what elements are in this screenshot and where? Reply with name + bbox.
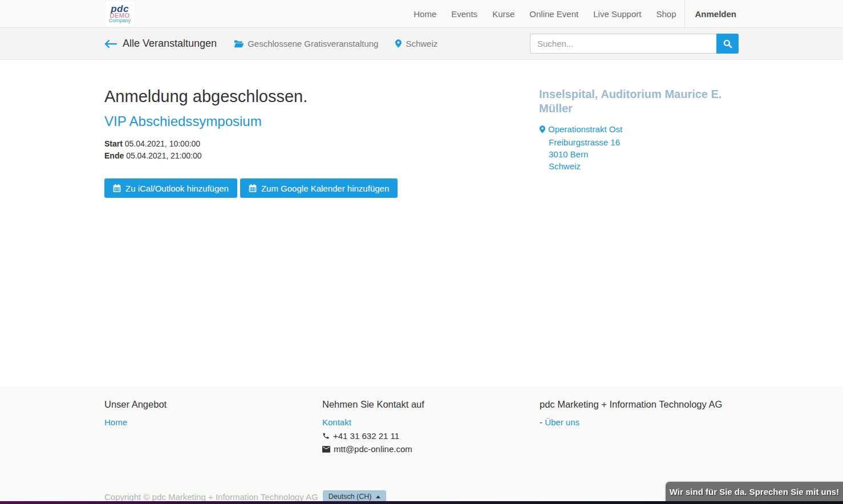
nav-divider xyxy=(684,0,685,28)
logo-text-company: Company xyxy=(109,18,131,23)
page-title: Anmeldung abgeschlossen. xyxy=(104,87,539,106)
search-group xyxy=(530,34,739,54)
map-marker-icon xyxy=(540,124,545,136)
footer-company-heading: pdc Marketing + Information Technology A… xyxy=(540,399,739,410)
phone-icon xyxy=(322,432,330,440)
end-date-row: Ende 05.04.2021, 21:00:00 xyxy=(104,150,539,162)
footer-email-address: mtt@pdc-online.com xyxy=(334,444,412,454)
live-chat-tab[interactable]: Wir sind für Sie da. Sprechen Sie mit un… xyxy=(666,482,843,501)
start-value: 05.04.2021, 10:00:00 xyxy=(125,139,200,148)
google-button-label: Zum Google Kalender hinzufügen xyxy=(261,184,389,193)
footer-contact-column: Nehmen Sie Kontakt auf Kontakt +41 31 63… xyxy=(322,399,540,454)
brand-logo[interactable]: pdc DEMO Company xyxy=(106,2,134,26)
folder-open-icon xyxy=(234,40,244,48)
venue-address-link[interactable]: Operationstrakt Ost Freiburgstrasse 16 3… xyxy=(539,123,739,172)
footer-phone[interactable]: +41 31 632 21 11 xyxy=(322,431,540,441)
search-icon xyxy=(723,39,732,48)
calendar-icon xyxy=(249,184,257,193)
address-street[interactable]: Freiburgstrasse 16 xyxy=(539,136,739,148)
address-country[interactable]: Schweiz xyxy=(539,160,739,172)
venue-panel: Inselspital, Auditorium Maurice E. Mülle… xyxy=(539,87,739,387)
end-value: 05.04.2021, 21:00:00 xyxy=(126,151,201,160)
nav-item-kurse[interactable]: Kurse xyxy=(485,0,522,27)
nav-item-live-support[interactable]: Live Support xyxy=(586,0,649,27)
signin-link[interactable]: Anmelden xyxy=(686,0,739,27)
live-chat-label: Wir sind für Sie da. Sprechen Sie mit un… xyxy=(670,487,839,497)
about-link-prefix: - xyxy=(540,417,545,427)
address-line: Operationstrakt Ost xyxy=(539,123,739,136)
envelope-icon xyxy=(322,446,330,453)
start-date-row: Start 05.04.2021, 10:00:00 xyxy=(104,138,539,150)
footer-home-link[interactable]: Home xyxy=(104,417,127,427)
footer-kontakt-link[interactable]: Kontakt xyxy=(322,417,351,427)
copyright-text: Copyright © pdc Marketing + Information … xyxy=(104,492,318,502)
address-city[interactable]: 3010 Bern xyxy=(539,148,739,160)
nav-item-shop[interactable]: Shop xyxy=(649,0,683,27)
back-link-label: Alle Veranstaltungen xyxy=(123,38,217,50)
event-title-link[interactable]: VIP Abschiedssymposium xyxy=(104,113,539,129)
language-button-label: Deutsch (CH) xyxy=(329,493,372,501)
end-label: Ende xyxy=(104,151,124,160)
main-nav: Home Events Kurse Online Event Live Supp… xyxy=(406,0,739,27)
event-dates: Start 05.04.2021, 10:00:00 Ende 05.04.20… xyxy=(104,138,539,162)
footer-offer-heading: Unser Angebot xyxy=(104,399,322,410)
top-navbar: pdc DEMO Company Home Events Kurse Onlin… xyxy=(0,0,843,28)
footer-phone-number: +41 31 632 21 11 xyxy=(333,431,399,441)
country-crumb[interactable]: Schweiz xyxy=(395,39,437,48)
ical-outlook-button[interactable]: Zu iCal/Outlook hinzufügen xyxy=(104,178,237,198)
footer-contact-heading: Nehmen Sie Kontakt auf xyxy=(322,399,540,410)
search-input[interactable] xyxy=(530,34,716,54)
nav-item-home[interactable]: Home xyxy=(406,0,444,27)
footer-about-link[interactable]: Über uns xyxy=(545,417,579,427)
google-calendar-button[interactable]: Zum Google Kalender hinzufügen xyxy=(240,178,398,198)
category-label: Geschlossene Gratisveranstaltung xyxy=(248,39,378,48)
nav-item-online-event[interactable]: Online Event xyxy=(522,0,586,27)
footer-offer-column: Unser Angebot Home xyxy=(104,399,322,454)
back-to-all-events-link[interactable]: Alle Veranstaltungen xyxy=(104,38,217,50)
arrow-left-icon xyxy=(104,40,117,48)
main-content: Anmeldung abgeschlossen. VIP Abschiedssy… xyxy=(62,60,781,387)
venue-name: Inselspital, Auditorium Maurice E. Mülle… xyxy=(539,87,739,116)
search-button[interactable] xyxy=(716,34,739,54)
address-building[interactable]: Operationstrakt Ost xyxy=(548,123,622,135)
nav-item-events[interactable]: Events xyxy=(444,0,485,27)
country-label: Schweiz xyxy=(406,39,437,48)
bottom-edge-bar xyxy=(0,501,843,504)
start-label: Start xyxy=(104,139,123,148)
caret-up-icon xyxy=(376,495,380,498)
calendar-icon xyxy=(113,184,121,193)
ical-button-label: Zu iCal/Outlook hinzufügen xyxy=(125,184,229,193)
map-marker-icon xyxy=(395,39,402,48)
footer-company-column: pdc Marketing + Information Technology A… xyxy=(540,399,739,454)
filter-toolbar: Alle Veranstaltungen Geschlossene Gratis… xyxy=(0,28,843,60)
category-crumb[interactable]: Geschlossene Gratisveranstaltung xyxy=(234,39,378,48)
footer-email[interactable]: mtt@pdc-online.com xyxy=(322,444,540,454)
